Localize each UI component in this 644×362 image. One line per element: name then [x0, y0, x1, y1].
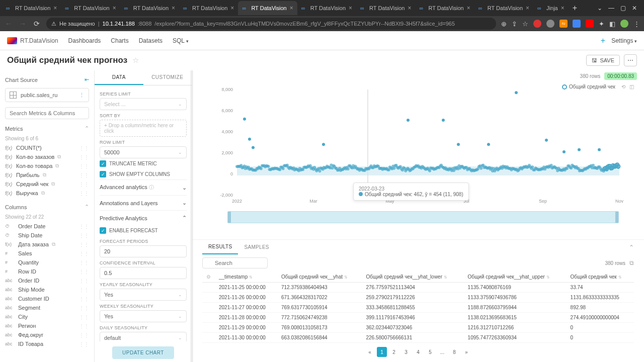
- chevron-down-icon[interactable]: ⌄: [597, 5, 602, 12]
- search-metrics-input[interactable]: [5, 107, 89, 119]
- more-menu[interactable]: ⋯: [624, 54, 637, 66]
- tab-samples[interactable]: SAMPLES: [238, 240, 275, 254]
- browser-tab[interactable]: ∞RT DataVision×: [179, 1, 238, 15]
- page-button[interactable]: 4: [413, 347, 423, 357]
- profile-avatar[interactable]: [620, 20, 628, 28]
- page-button[interactable]: 3: [401, 347, 411, 357]
- extension-icon[interactable]: [586, 20, 594, 28]
- dataset-selector[interactable]: public.sales_ru ⋮: [5, 88, 89, 102]
- page-button[interactable]: 1: [377, 347, 387, 357]
- zoom-icon[interactable]: ⊕: [501, 20, 507, 28]
- yearly-select[interactable]: Yes⌄: [100, 289, 187, 301]
- save-button[interactable]: 🖫 SAVE: [586, 55, 620, 66]
- browser-tab[interactable]: ∞RT DataVision×: [415, 1, 474, 15]
- extension-icon[interactable]: [573, 20, 581, 28]
- new-tab-button[interactable]: +: [569, 4, 581, 13]
- new-button[interactable]: +: [601, 36, 605, 45]
- extension-icon[interactable]: [546, 20, 554, 28]
- column-item[interactable]: abcSegment ⋮⋮: [5, 303, 89, 312]
- browser-tab[interactable]: ∞RT DataVision×: [61, 1, 120, 15]
- favorite-icon[interactable]: ☆: [132, 56, 139, 65]
- nav-sql[interactable]: SQL: [173, 37, 189, 44]
- bookmark-icon[interactable]: ☆: [522, 20, 528, 28]
- weekly-select[interactable]: Yes⌄: [100, 310, 187, 322]
- tab-close-icon[interactable]: ×: [467, 5, 470, 12]
- back-button[interactable]: ←: [4, 20, 13, 28]
- close-window-icon[interactable]: ✕: [632, 5, 637, 12]
- url-input[interactable]: ⚠ Не защищено | 10.1.241.188:8088/explor…: [46, 18, 496, 30]
- enable-forecast-checkbox[interactable]: ✓ENABLE FORECAST: [100, 225, 187, 236]
- share-icon[interactable]: ⇪: [512, 20, 517, 28]
- forecast-periods-input[interactable]: [100, 245, 187, 257]
- annotations-section[interactable]: Annotations and Layers⌄: [100, 195, 187, 210]
- reload-button[interactable]: ⟳: [32, 20, 41, 28]
- collapse-results-icon[interactable]: ⌃: [629, 244, 634, 251]
- time-range-slider[interactable]: [227, 211, 619, 223]
- page-button[interactable]: «: [365, 347, 375, 357]
- browser-tab[interactable]: ∞Jinja×: [533, 1, 569, 15]
- metric-item[interactable]: f(x)Кол-во товара ⧉⋮⋮: [5, 161, 89, 170]
- row-limit-select[interactable]: 50000⌄: [100, 146, 187, 158]
- column-item[interactable]: abcCity ⋮⋮: [5, 312, 89, 321]
- browser-tab[interactable]: ∞RT DataVision×: [2, 1, 61, 15]
- chart-action-icon[interactable]: ◫: [629, 84, 634, 89]
- browser-tab[interactable]: ∞RT DataVision×: [474, 1, 533, 15]
- column-item[interactable]: abcCustomer ID ⋮⋮: [5, 294, 89, 303]
- column-item[interactable]: ⏱Order Date ⋮⋮: [5, 222, 89, 231]
- tab-close-icon[interactable]: ×: [113, 5, 116, 12]
- column-item[interactable]: abcФед.округ ⋮⋮: [5, 330, 89, 339]
- app-logo[interactable]: RT.DataVision: [7, 37, 58, 44]
- column-item[interactable]: #Quantity ⋮⋮: [5, 258, 89, 267]
- chart-action-icon[interactable]: ⟲: [621, 84, 625, 89]
- column-header[interactable]: Общий средний чек__yhat_lower⇅: [362, 272, 463, 283]
- tab-data[interactable]: DATA: [95, 70, 143, 85]
- extension-icon[interactable]: ru: [559, 20, 568, 28]
- forward-button[interactable]: →: [18, 20, 27, 28]
- collapse-icon[interactable]: ⇤: [85, 76, 89, 83]
- tab-close-icon[interactable]: ×: [290, 5, 293, 12]
- minimize-icon[interactable]: —: [608, 5, 614, 12]
- page-button[interactable]: 8: [449, 347, 459, 357]
- chevron-up-icon[interactable]: ⌃: [85, 125, 89, 132]
- chevron-up-icon[interactable]: ⌃: [85, 204, 89, 210]
- metric-item[interactable]: f(x)Кол-во заказов ⧉⋮⋮: [5, 152, 89, 161]
- column-header[interactable]: __timestamp⇅: [215, 272, 277, 283]
- menu-icon[interactable]: ⋮: [633, 20, 640, 28]
- confidence-input[interactable]: [100, 267, 187, 279]
- tab-close-icon[interactable]: ×: [408, 5, 411, 12]
- browser-tab[interactable]: ∞RT DataVision×: [120, 1, 179, 15]
- metric-item[interactable]: f(x)Прибыль ⧉⋮⋮: [5, 170, 89, 179]
- metric-item[interactable]: f(x)Средний чек ⧉⋮⋮: [5, 179, 89, 189]
- column-header[interactable]: Общий средний чек__yhat⇅: [277, 272, 362, 283]
- column-item[interactable]: #Row ID ⋮⋮: [5, 267, 89, 276]
- tab-close-icon[interactable]: ×: [172, 5, 175, 12]
- show-empty-checkbox[interactable]: ✓SHOW EMPTY COLUMNS: [100, 169, 187, 179]
- column-item[interactable]: abcID Товара ⋮⋮: [5, 339, 89, 348]
- tab-results[interactable]: RESULTS: [202, 240, 238, 254]
- sort-by-drop[interactable]: + Drop a column/metric here or click: [100, 120, 187, 137]
- column-item[interactable]: f(x)Дата заказа ⧉⋮⋮: [5, 240, 89, 249]
- tab-customize[interactable]: CUSTOMIZE: [143, 70, 192, 85]
- nav-datasets[interactable]: Datasets: [139, 37, 163, 44]
- tab-close-icon[interactable]: ×: [349, 5, 352, 12]
- settings-icon[interactable]: ⚙: [206, 274, 211, 280]
- column-item[interactable]: abcРегион ⋮⋮: [5, 321, 89, 330]
- column-header[interactable]: Общий средний чек⇅: [567, 272, 634, 283]
- nav-charts[interactable]: Charts: [111, 37, 128, 44]
- page-button[interactable]: 5: [425, 347, 435, 357]
- metric-item[interactable]: f(x)COUNT(*) ⋮⋮: [5, 143, 89, 152]
- sidepanel-icon[interactable]: ◧: [609, 20, 615, 28]
- truncate-checkbox[interactable]: ✓TRUNCATE METRIC: [100, 158, 187, 169]
- maximize-icon[interactable]: ▢: [620, 5, 626, 12]
- tab-close-icon[interactable]: ×: [230, 5, 234, 12]
- column-item[interactable]: abcOrder ID ⋮⋮: [5, 276, 89, 285]
- browser-tab[interactable]: ∞RT DataVision×: [297, 1, 356, 15]
- nav-dashboards[interactable]: Dashboards: [68, 37, 101, 44]
- tab-close-icon[interactable]: ×: [526, 5, 529, 12]
- dataset-menu[interactable]: ⋮: [79, 92, 85, 99]
- column-item[interactable]: ⏱Ship Date ⋮⋮: [5, 231, 89, 240]
- tab-close-icon[interactable]: ×: [561, 5, 565, 12]
- update-chart-button[interactable]: UPDATE CHART: [112, 346, 174, 359]
- extension-icon[interactable]: [533, 20, 541, 28]
- browser-tab[interactable]: ∞RT DataVision×: [238, 1, 297, 15]
